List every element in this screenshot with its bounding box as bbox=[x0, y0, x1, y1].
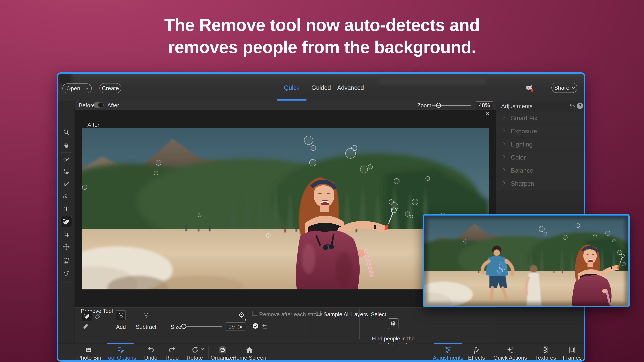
tab-quick[interactable]: Quick bbox=[284, 84, 299, 91]
taskbar-undo[interactable]: Undo bbox=[150, 344, 152, 361]
reset-panel-icon[interactable] bbox=[569, 103, 576, 109]
adjustments-panel-header: Adjustments ? bbox=[496, 100, 584, 111]
size-label: Size: bbox=[170, 324, 183, 330]
taskbar-organizer[interactable]: Organizer bbox=[222, 344, 224, 361]
view-bar: Before After Zoom 48% bbox=[75, 100, 496, 110]
commit-check-icon[interactable] bbox=[252, 323, 258, 329]
sample-all-layers-checkbox[interactable] bbox=[316, 311, 321, 316]
taskbar-redo[interactable]: Redo bbox=[171, 344, 173, 361]
taskbar-label: Organizer bbox=[211, 355, 235, 361]
taskbar-home-screen[interactable]: Home Screen bbox=[248, 344, 250, 361]
zoom-label: Zoom bbox=[417, 102, 431, 109]
adjustment-row-smart-fix[interactable]: Smart Fix bbox=[496, 112, 584, 124]
zoom-value[interactable]: 48% bbox=[476, 101, 493, 109]
gear-icon[interactable]: ⚙ bbox=[238, 311, 245, 319]
taskbar-rotate[interactable]: Rotate bbox=[194, 344, 196, 361]
taskbar-tool-options[interactable]: Tool Options bbox=[120, 344, 122, 361]
chevron-right-icon bbox=[502, 129, 505, 132]
red-eye-tool-icon[interactable] bbox=[62, 168, 70, 175]
window-controls-blur bbox=[58, 73, 72, 85]
spot-heal-variant-icon[interactable] bbox=[94, 312, 102, 320]
tab-advanced[interactable]: Advanced bbox=[337, 84, 364, 91]
adjustment-row-lighting[interactable]: Lighting bbox=[496, 138, 584, 150]
filename-blur bbox=[380, 74, 486, 85]
options-divider bbox=[108, 309, 108, 339]
adjustment-label: Exposure bbox=[511, 128, 537, 135]
size-slider-track[interactable] bbox=[186, 326, 222, 327]
taskbar-photo-bin[interactable]: Photo Bin bbox=[88, 344, 90, 361]
gear-caret-icon: ▾ bbox=[245, 318, 246, 322]
taskbar-quick-actions[interactable]: Quick Actions bbox=[509, 344, 511, 361]
quick-actions-icon bbox=[506, 346, 514, 354]
chevron-right-icon bbox=[502, 168, 505, 171]
taskbar-label: Effects bbox=[468, 355, 485, 361]
find-people-button[interactable] bbox=[388, 319, 398, 329]
adjustment-row-exposure[interactable]: Exposure bbox=[496, 125, 584, 137]
taskbar-frames[interactable]: Frames bbox=[572, 344, 573, 361]
revert-icon[interactable] bbox=[262, 323, 268, 329]
select-label: Select bbox=[371, 311, 386, 318]
healing-brush-variant-icon[interactable] bbox=[82, 323, 90, 331]
add-selection-button[interactable] bbox=[116, 310, 126, 320]
size-slider-knob[interactable] bbox=[181, 324, 186, 329]
remove-tool-selected[interactable] bbox=[60, 216, 72, 227]
taskbar-adjustments[interactable]: Adjustments bbox=[447, 344, 449, 361]
frames-icon bbox=[568, 346, 576, 354]
remove-after-each-stroke-checkbox[interactable] bbox=[252, 311, 257, 316]
size-value[interactable]: 19 px bbox=[226, 323, 245, 331]
adjustment-row-color[interactable]: Color bbox=[496, 151, 584, 164]
remove-tool-variant-selected[interactable] bbox=[82, 311, 92, 322]
chevron-down-icon[interactable] bbox=[85, 86, 88, 89]
adjustment-label: Color bbox=[511, 154, 526, 161]
headline: The Remove tool now auto-detects and rem… bbox=[0, 14, 644, 58]
taskbar-label: Frames bbox=[563, 355, 582, 361]
zoom-tool-icon[interactable] bbox=[62, 129, 70, 136]
create-button-label: Create bbox=[102, 85, 119, 91]
subtract-label: Subtract bbox=[136, 324, 156, 330]
adjustments-icon bbox=[444, 346, 452, 354]
taskbar: Photo Bin Tool Options bbox=[58, 344, 584, 360]
subtract-selection-button[interactable] bbox=[142, 312, 150, 319]
before-label: Before bbox=[79, 102, 95, 109]
taskbar-label: Quick Actions bbox=[494, 355, 527, 361]
adjustment-row-sharpen[interactable]: Sharpen bbox=[496, 177, 584, 190]
after-label: After bbox=[107, 102, 119, 109]
quick-selection-tool-icon[interactable] bbox=[62, 156, 70, 163]
home-icon bbox=[245, 346, 254, 354]
hand-tool-icon[interactable] bbox=[62, 141, 70, 149]
taskbar-textures[interactable]: Textures bbox=[545, 344, 546, 361]
adjustment-label: Smart Fix bbox=[511, 115, 537, 122]
tool-options-bar: Remove Tool bbox=[75, 307, 496, 344]
type-tool-icon[interactable]: T bbox=[62, 205, 70, 213]
before-after-toggle[interactable] bbox=[94, 102, 104, 108]
move-tool-icon[interactable] bbox=[62, 243, 70, 250]
tab-guided[interactable]: Guided bbox=[312, 84, 331, 91]
marketing-background: The Remove tool now auto-detects and rem… bbox=[0, 0, 644, 362]
share-button[interactable]: Share bbox=[552, 83, 577, 93]
create-button[interactable]: Create bbox=[100, 83, 121, 93]
headline-line2: removes people from the background. bbox=[0, 36, 644, 58]
open-button[interactable]: Open bbox=[62, 83, 92, 93]
taskbar-label: Tool Options bbox=[105, 355, 136, 361]
photo-before-inset[interactable] bbox=[423, 214, 630, 307]
ai-replace-background-icon[interactable] bbox=[62, 257, 70, 265]
help-icon[interactable]: ? bbox=[577, 103, 583, 109]
tool-options-icon bbox=[117, 346, 125, 354]
canvas-view-label: After bbox=[88, 121, 100, 128]
adjustment-row-balance[interactable]: Balance bbox=[496, 164, 584, 177]
open-button-label: Open bbox=[66, 85, 80, 92]
close-icon[interactable]: ✕ bbox=[484, 111, 491, 117]
type-tool-glyph: T bbox=[64, 205, 68, 213]
taskbar-label: Textures bbox=[535, 355, 556, 361]
rail-divider bbox=[61, 152, 72, 152]
zoom-slider-knob[interactable] bbox=[436, 103, 441, 108]
whats-new-icon[interactable] bbox=[526, 84, 534, 92]
object-select-sparkle-icon[interactable] bbox=[62, 270, 70, 277]
textures-icon bbox=[542, 346, 550, 354]
headline-line1: The Remove tool now auto-detects and bbox=[0, 14, 644, 36]
whiten-teeth-tool-icon[interactable] bbox=[62, 180, 70, 188]
crop-tool-icon[interactable] bbox=[62, 231, 70, 238]
taskbar-active-indicator bbox=[107, 343, 134, 344]
straighten-tool-icon[interactable] bbox=[62, 193, 70, 200]
taskbar-effects[interactable]: fx Effects bbox=[476, 344, 477, 361]
